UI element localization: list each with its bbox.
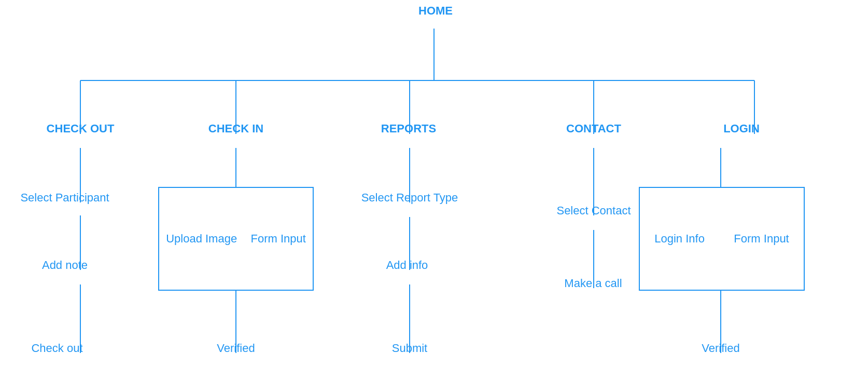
check-out-node: Check out: [0, 342, 114, 355]
contact-node: CONTACT: [539, 122, 648, 135]
login-node: LOGIN: [703, 122, 780, 135]
add-info-node: Add info: [363, 259, 451, 272]
upload-image-label: Upload Image: [166, 232, 237, 246]
form-input-login-label: Form Input: [734, 232, 789, 246]
select-participant-node: Select Participant: [0, 191, 130, 205]
login-info-label: Login Info: [654, 232, 705, 246]
form-input-checkin-label: Form Input: [250, 232, 305, 246]
reports-node: REPORTS: [357, 122, 460, 135]
login-box: Login Info Form Input: [639, 187, 805, 291]
verified-checkin-node: Verified: [200, 342, 272, 355]
verified-login-node: Verified: [684, 342, 757, 355]
select-report-type-node: Select Report Type: [321, 191, 498, 205]
checkin-box: Upload Image Form Input: [158, 187, 314, 291]
submit-node: Submit: [371, 342, 449, 355]
home-node: HOME: [410, 4, 461, 18]
checkout-node: CHECK OUT: [21, 122, 140, 135]
diagram: HOME CHECK OUT CHECK IN REPORTS CONTACT …: [0, 0, 868, 380]
add-note-node: Add note: [21, 259, 109, 272]
checkin-node: CHECK IN: [187, 122, 285, 135]
